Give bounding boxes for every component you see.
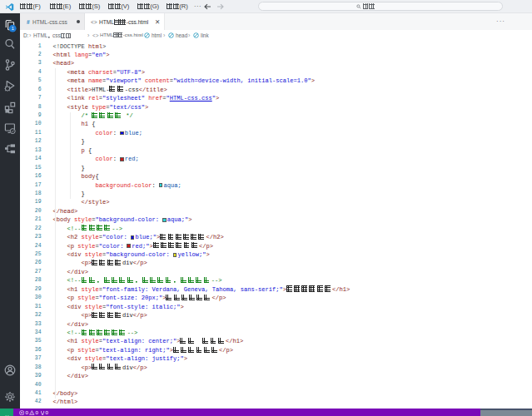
svg-text:1: 1 <box>12 26 14 31</box>
